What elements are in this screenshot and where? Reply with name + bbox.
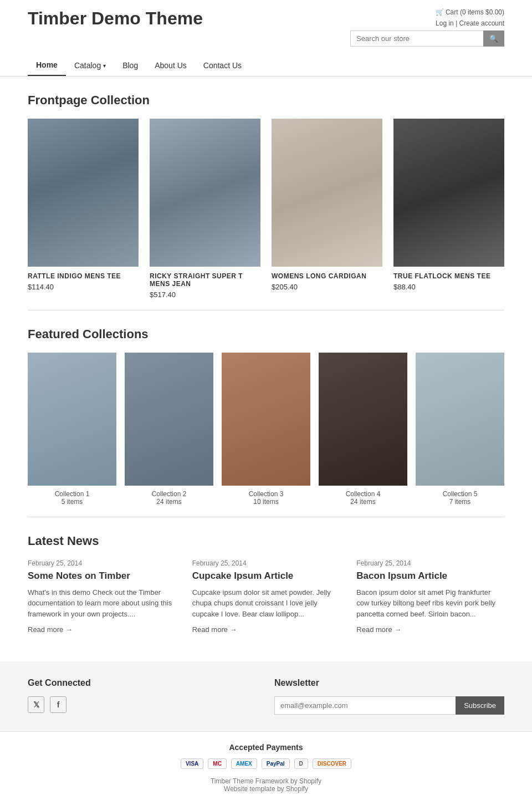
nav-about[interactable]: About Us bbox=[146, 55, 195, 75]
collection-card[interactable]: Collection 1 5 items bbox=[28, 353, 116, 506]
news-date: February 25, 2014 bbox=[192, 559, 340, 567]
header-right: 🛒 Cart (0 items $0.00) Log in | Create a… bbox=[350, 8, 504, 47]
diners-icon: D bbox=[294, 758, 308, 769]
collection-name: Collection 5 bbox=[416, 490, 504, 498]
product-card[interactable]: RATTLE INDIGO MENS TEE $114.40 bbox=[28, 119, 139, 299]
collections-grid: Collection 1 5 items Collection 2 24 ite… bbox=[28, 353, 504, 506]
cart-info: 🛒 Cart (0 items $0.00) bbox=[350, 8, 504, 16]
divider-1 bbox=[28, 310, 504, 310]
collection-name: Collection 3 bbox=[222, 490, 310, 498]
collection-card[interactable]: Collection 4 24 items bbox=[319, 353, 407, 506]
create-account-link[interactable]: Create account bbox=[459, 19, 504, 27]
news-card: February 25, 2014 Some Notes on Timber W… bbox=[28, 559, 176, 634]
template-text: Website template by Shopify bbox=[28, 785, 504, 793]
product-card[interactable]: RICKY STRAIGHT SUPER T MENS JEAN $517.40 bbox=[150, 119, 260, 299]
footer-links: Timber Theme Framework by Shopify Websit… bbox=[28, 777, 504, 793]
collection-card[interactable]: Collection 2 24 items bbox=[125, 353, 213, 506]
nav-home[interactable]: Home bbox=[28, 55, 66, 76]
header: Timber Demo Theme 🛒 Cart (0 items $0.00)… bbox=[0, 0, 532, 77]
collection-card[interactable]: Collection 3 10 items bbox=[222, 353, 310, 506]
news-title: Latest News bbox=[28, 534, 504, 548]
newsletter-input[interactable] bbox=[274, 696, 456, 715]
site-title[interactable]: Timber Demo Theme bbox=[28, 8, 203, 29]
read-more-link[interactable]: Read more → bbox=[28, 625, 73, 634]
news-card: February 25, 2014 Bacon Ipsum Article Ba… bbox=[356, 559, 504, 634]
search-button[interactable]: 🔍 bbox=[483, 30, 504, 47]
collection-image bbox=[416, 353, 504, 486]
main-content: Frontpage Collection RATTLE INDIGO MENS … bbox=[0, 77, 532, 661]
news-excerpt: Cupcake ipsum dolor sit amet powder. Jel… bbox=[192, 587, 340, 620]
product-grid: RATTLE INDIGO MENS TEE $114.40 RICKY STR… bbox=[28, 119, 504, 299]
frontpage-section: Frontpage Collection RATTLE INDIGO MENS … bbox=[28, 93, 504, 299]
auth-links: Log in | Create account bbox=[350, 19, 504, 27]
amex-icon: AMEX bbox=[231, 758, 257, 769]
main-nav: Home Catalog ▾ Blog About Us Contact Us bbox=[28, 55, 504, 76]
cart-icon: 🛒 bbox=[436, 8, 444, 16]
product-price: $205.40 bbox=[272, 283, 382, 291]
social-icons: 𝕏 f bbox=[28, 696, 258, 713]
get-connected: Get Connected 𝕏 f bbox=[28, 678, 258, 715]
collection-name: Collection 1 bbox=[28, 490, 116, 498]
featured-section: Featured Collections Collection 1 5 item… bbox=[28, 327, 504, 506]
news-title[interactable]: Cupcake Ipsum Article bbox=[192, 570, 340, 582]
nav-contact[interactable]: Contact Us bbox=[195, 55, 250, 75]
footer-bottom: Accepted Payments VISA MC AMEX PayPal D … bbox=[0, 731, 532, 800]
newsletter-title: Newsletter bbox=[274, 678, 504, 688]
product-image bbox=[28, 119, 139, 267]
cart-text[interactable]: Cart (0 items $0.00) bbox=[446, 8, 504, 16]
product-name: WOMENS LONG CARDIGAN bbox=[272, 272, 382, 280]
login-link[interactable]: Log in bbox=[436, 19, 454, 27]
collection-count: 10 items bbox=[222, 498, 310, 506]
product-name: TRUE FLATLOCK MENS TEE bbox=[393, 272, 504, 280]
collection-image bbox=[28, 353, 116, 486]
product-image bbox=[150, 119, 260, 267]
news-title[interactable]: Bacon Ipsum Article bbox=[356, 570, 504, 582]
news-date: February 25, 2014 bbox=[356, 559, 504, 567]
nav-catalog[interactable]: Catalog ▾ bbox=[66, 55, 114, 75]
collection-count: 24 items bbox=[319, 498, 407, 506]
mastercard-icon: MC bbox=[208, 758, 227, 769]
get-connected-title: Get Connected bbox=[28, 678, 258, 688]
product-price: $517.40 bbox=[150, 291, 260, 299]
collection-count: 7 items bbox=[416, 498, 504, 506]
auth-separator: | bbox=[456, 19, 457, 27]
footer-top: Get Connected 𝕏 f Newsletter Subscribe bbox=[0, 661, 532, 731]
search-bar: 🔍 bbox=[350, 30, 504, 47]
featured-title: Featured Collections bbox=[28, 327, 504, 342]
facebook-icon[interactable]: f bbox=[50, 696, 66, 713]
paypal-icon: PayPal bbox=[262, 758, 290, 769]
news-excerpt: What's in this demo Check out the Timber… bbox=[28, 587, 176, 620]
framework-text: Timber Theme Framework by Shopify bbox=[28, 777, 504, 785]
product-name: RATTLE INDIGO MENS TEE bbox=[28, 272, 139, 280]
product-card[interactable]: WOMENS LONG CARDIGAN $205.40 bbox=[272, 119, 382, 299]
product-price: $88.40 bbox=[393, 283, 504, 291]
collection-image bbox=[319, 353, 407, 486]
product-name: RICKY STRAIGHT SUPER T MENS JEAN bbox=[150, 272, 260, 288]
product-price: $114.40 bbox=[28, 283, 139, 291]
newsletter-subscribe-button[interactable]: Subscribe bbox=[456, 696, 504, 715]
product-card[interactable]: TRUE FLATLOCK MENS TEE $88.40 bbox=[393, 119, 504, 299]
read-more-link[interactable]: Read more → bbox=[356, 625, 401, 634]
collection-image bbox=[222, 353, 310, 486]
news-excerpt: Bacon ipsum dolor sit amet Pig frankfurt… bbox=[356, 587, 504, 620]
twitter-icon[interactable]: 𝕏 bbox=[28, 696, 44, 713]
product-image bbox=[272, 119, 382, 267]
news-date: February 25, 2014 bbox=[28, 559, 176, 567]
read-more-link[interactable]: Read more → bbox=[192, 625, 237, 634]
product-image bbox=[393, 119, 504, 267]
news-title[interactable]: Some Notes on Timber bbox=[28, 570, 176, 582]
footer: Get Connected 𝕏 f Newsletter Subscribe A… bbox=[0, 661, 532, 800]
visa-icon: VISA bbox=[181, 758, 203, 769]
accepted-payments-title: Accepted Payments bbox=[28, 743, 504, 752]
newsletter-form: Subscribe bbox=[274, 696, 504, 715]
collection-count: 5 items bbox=[28, 498, 116, 506]
frontpage-title: Frontpage Collection bbox=[28, 93, 504, 108]
collection-card[interactable]: Collection 5 7 items bbox=[416, 353, 504, 506]
search-input[interactable] bbox=[350, 30, 483, 47]
news-section: Latest News February 25, 2014 Some Notes… bbox=[28, 534, 504, 634]
payment-icons: VISA MC AMEX PayPal D DISCOVER bbox=[28, 758, 504, 769]
discover-icon: DISCOVER bbox=[313, 758, 351, 769]
nav-blog[interactable]: Blog bbox=[114, 55, 146, 75]
news-grid: February 25, 2014 Some Notes on Timber W… bbox=[28, 559, 504, 634]
divider-2 bbox=[28, 517, 504, 517]
